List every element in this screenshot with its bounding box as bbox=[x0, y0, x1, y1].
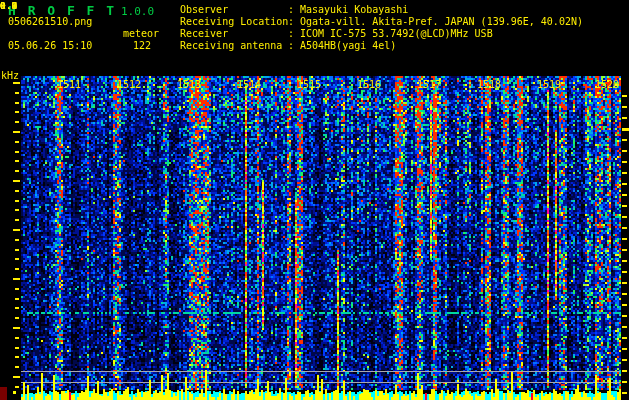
x-tick-label: 1511 bbox=[57, 79, 81, 90]
app-version: 1.0.0 bbox=[121, 5, 154, 18]
info-value: Ogata-vill. Akita-Pref. JAPAN (139.96E, … bbox=[300, 16, 583, 28]
info-row-location: Receiving Location : Ogata-vill. Akita-P… bbox=[180, 16, 583, 28]
x-tick-label: 1515 bbox=[297, 79, 321, 90]
output-filename: 0506261510.png bbox=[8, 16, 92, 27]
info-row-observer: Observer : Masayuki Kobayashi bbox=[180, 4, 583, 16]
station-info: Observer : Masayuki Kobayashi Receiving … bbox=[180, 4, 583, 52]
info-label: Observer bbox=[180, 4, 288, 16]
spectrogram-canvas bbox=[0, 0, 629, 400]
mode-label: meteor bbox=[123, 28, 159, 39]
info-label: Receiver bbox=[180, 28, 288, 40]
info-value: ICOM IC-575 53.7492(@LCD)MHz USB bbox=[300, 28, 493, 40]
x-tick-label: 1512 bbox=[117, 79, 141, 90]
x-tick-label: 1516 bbox=[357, 79, 381, 90]
echo-count: 122 bbox=[133, 40, 151, 51]
info-separator: : bbox=[288, 4, 300, 16]
x-tick-label: 1514 bbox=[237, 79, 261, 90]
x-tick-label: 1519 bbox=[537, 79, 561, 90]
capture-datetime: 05.06.26 15:10 bbox=[8, 40, 92, 51]
info-separator: : bbox=[288, 16, 300, 28]
info-row-receiver: Receiver : ICOM IC-575 53.7492(@LCD)MHz … bbox=[180, 28, 583, 40]
x-tick-label: 1513 bbox=[177, 79, 201, 90]
info-row-antenna: Receiving antenna : A504HB(yagi 4el) bbox=[180, 40, 583, 52]
y-axis-unit-label: kHz bbox=[1, 70, 19, 81]
x-tick-label: 1518 bbox=[477, 79, 501, 90]
info-separator: : bbox=[288, 28, 300, 40]
info-label: Receiving antenna bbox=[180, 40, 288, 52]
info-value: Masayuki Kobayashi bbox=[300, 4, 408, 16]
info-value: A504HB(yagi 4el) bbox=[300, 40, 396, 52]
x-tick-label: 1517 bbox=[417, 79, 441, 90]
x-tick-label: 1520 bbox=[595, 79, 619, 90]
y-tick-label: 0.6 bbox=[0, 0, 14, 11]
hrofft-screen: H R O F F T 1.0.0 0506261510.png meteor … bbox=[0, 0, 629, 400]
info-label: Receiving Location bbox=[180, 16, 288, 28]
info-separator: : bbox=[288, 40, 300, 52]
